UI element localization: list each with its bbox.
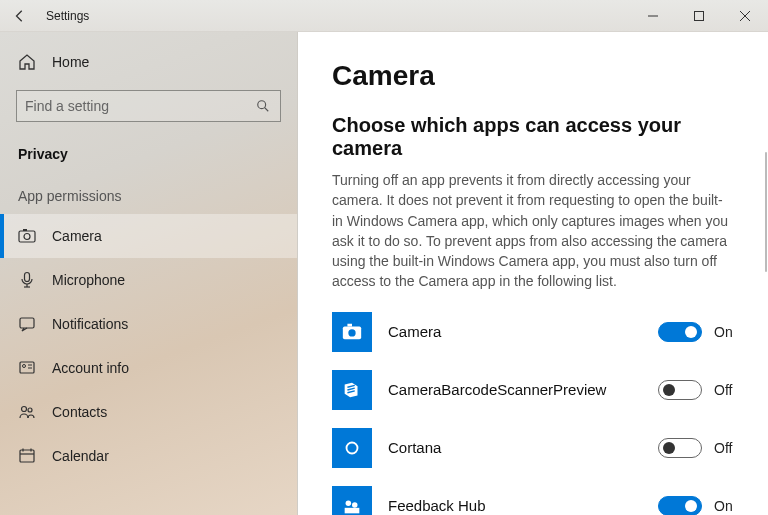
search-box[interactable] [16,90,281,122]
toggle-cortana[interactable] [658,438,702,458]
sidebar-item-notifications[interactable]: Notifications [0,302,297,346]
sidebar-item-calendar[interactable]: Calendar [0,434,297,478]
app-name: Cortana [388,439,642,456]
sidebar-item-contacts[interactable]: Contacts [0,390,297,434]
svg-rect-27 [345,508,360,513]
app-name: Feedback Hub [388,497,642,514]
svg-point-25 [346,500,352,506]
svg-rect-17 [20,450,34,462]
svg-rect-6 [23,229,27,231]
svg-line-3 [265,108,269,112]
svg-point-16 [28,408,32,412]
back-button[interactable] [8,4,32,28]
window-title: Settings [46,9,89,23]
sidebar-item-label: Camera [52,228,102,244]
page-description: Turning off an app prevents it from dire… [332,170,732,292]
app-row: Cortana Off [332,428,738,468]
toggle-feedback[interactable] [658,496,702,515]
sidebar-section: Privacy [0,132,297,166]
app-row: CameraBarcodeScannerPreview Off [332,370,738,410]
sidebar-item-label: Contacts [52,404,107,420]
minimize-button[interactable] [630,0,676,32]
app-icon-barcode [332,370,372,410]
sidebar: Home Privacy App permissions Camera Micr… [0,32,298,515]
sidebar-home[interactable]: Home [0,40,297,84]
home-icon [18,53,36,71]
toggle-label: Off [714,440,738,456]
titlebar: Settings [0,0,768,32]
sidebar-home-label: Home [52,54,89,70]
page-subheading: Choose which apps can access your camera [332,114,738,160]
svg-point-2 [258,101,266,109]
sidebar-item-microphone[interactable]: Microphone [0,258,297,302]
toggle-label: On [714,324,738,340]
sidebar-item-label: Microphone [52,272,125,288]
sidebar-item-label: Account info [52,360,129,376]
svg-point-15 [22,407,27,412]
sidebar-item-label: Calendar [52,448,109,464]
svg-point-12 [23,365,26,368]
svg-rect-23 [347,324,352,327]
toggle-label: Off [714,382,738,398]
scrollbar[interactable] [764,152,768,412]
svg-rect-7 [25,273,30,282]
svg-rect-10 [20,318,34,328]
app-icon-camera [332,312,372,352]
app-row: Feedback Hub On [332,486,738,515]
svg-rect-1 [695,11,704,20]
svg-rect-4 [19,231,35,242]
sidebar-item-label: Notifications [52,316,128,332]
svg-point-26 [352,502,358,508]
toggle-label: On [714,498,738,514]
sidebar-item-camera[interactable]: Camera [0,214,297,258]
calendar-icon [18,447,36,465]
contacts-icon [18,403,36,421]
toggle-camera[interactable] [658,322,702,342]
close-button[interactable] [722,0,768,32]
microphone-icon [18,271,36,289]
app-icon-cortana [332,428,372,468]
svg-point-5 [24,234,30,240]
notifications-icon [18,315,36,333]
app-name: Camera [388,323,642,340]
search-input[interactable] [25,98,254,114]
camera-icon [18,227,36,245]
window-controls [630,0,768,32]
svg-point-22 [348,329,355,336]
account-icon [18,359,36,377]
svg-point-24 [347,442,358,453]
main-panel: Camera Choose which apps can access your… [298,32,768,515]
toggle-barcode[interactable] [658,380,702,400]
page-heading: Camera [332,60,738,92]
app-name: CameraBarcodeScannerPreview [388,381,642,398]
search-icon [254,97,272,115]
maximize-button[interactable] [676,0,722,32]
app-icon-feedback [332,486,372,515]
app-row: Camera On [332,312,738,352]
sidebar-item-account-info[interactable]: Account info [0,346,297,390]
sidebar-group: App permissions [0,166,297,214]
